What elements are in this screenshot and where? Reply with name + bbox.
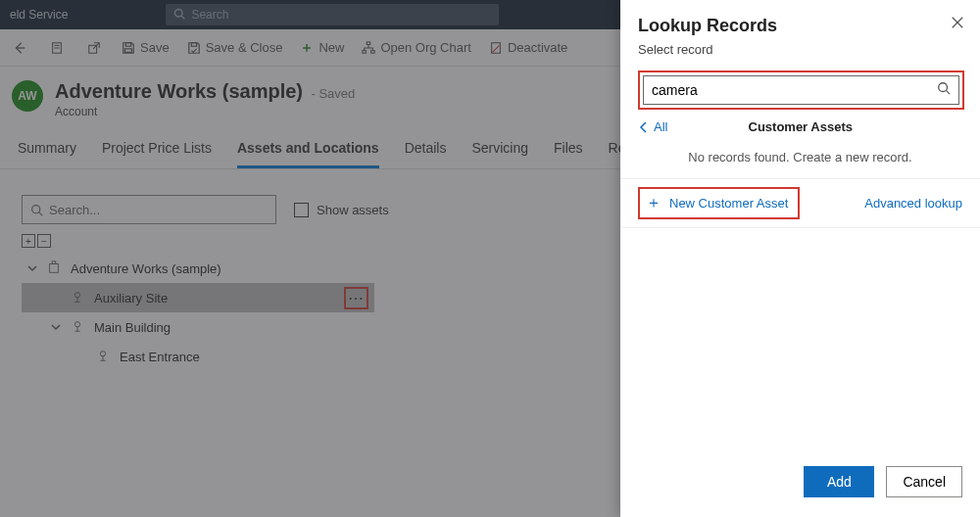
- back-all-link[interactable]: All: [638, 119, 667, 134]
- lookup-section-title: Customer Assets: [667, 119, 933, 134]
- advanced-lookup-link[interactable]: Advanced lookup: [864, 196, 962, 211]
- new-customer-asset-link[interactable]: ＋ New Customer Asset: [646, 193, 788, 213]
- modal-scrim: [0, 0, 620, 517]
- search-icon[interactable]: [937, 81, 951, 99]
- svg-point-23: [939, 83, 948, 92]
- new-customer-asset-highlight: ＋ New Customer Asset: [638, 187, 800, 219]
- panel-title: Lookup Records: [638, 16, 777, 36]
- lookup-panel: Lookup Records Select record All Custome…: [620, 0, 980, 517]
- panel-subtitle: Select record: [620, 42, 980, 65]
- cancel-button[interactable]: Cancel: [886, 466, 962, 497]
- lookup-search-field[interactable]: [643, 75, 959, 105]
- svg-line-24: [947, 91, 951, 95]
- add-button[interactable]: Add: [804, 466, 874, 497]
- plus-icon: ＋: [646, 193, 662, 213]
- panel-search-highlight: [638, 70, 964, 110]
- lookup-search-input[interactable]: [652, 82, 937, 98]
- no-records-message: No records found. Create a new record.: [620, 140, 980, 178]
- close-button[interactable]: [951, 16, 964, 33]
